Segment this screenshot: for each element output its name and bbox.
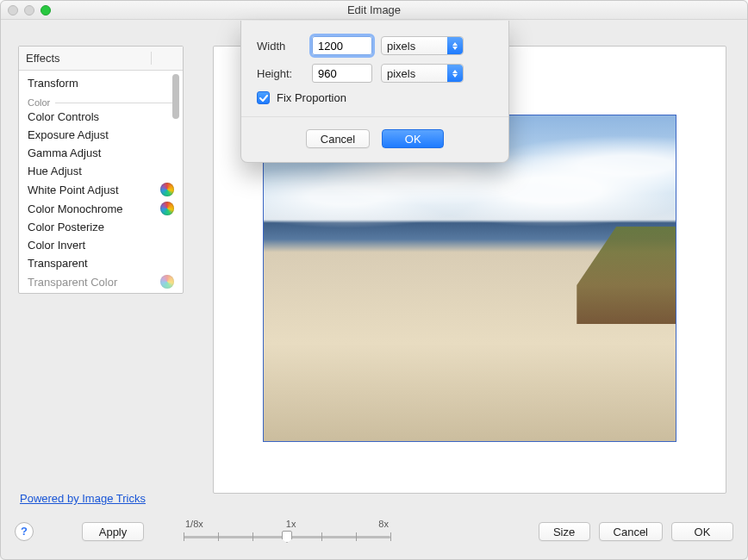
height-unit-value: pixels [387, 67, 415, 80]
sheet-buttons: Cancel OK [241, 116, 508, 148]
effect-item-transparent-color[interactable]: Transparent Color [19, 272, 183, 291]
powered-by-link[interactable]: Powered by Image Tricks [20, 492, 146, 505]
effects-header-swatch-col [152, 52, 176, 65]
width-unit-value: pixels [387, 40, 415, 53]
effects-list: Transform Color Color Controls Exposure … [19, 71, 183, 293]
stepper-arrows-icon [447, 37, 463, 54]
effect-item-color-controls[interactable]: Color Controls [19, 108, 183, 126]
zoom-labels: 1/8x 1x 8x [184, 519, 390, 529]
image-content [264, 115, 676, 441]
effect-item-color-posterize[interactable]: Color Posterize [19, 218, 183, 236]
titlebar: Edit Image [1, 1, 747, 20]
bottom-toolbar: ? Apply 1/8x 1x 8x [15, 514, 733, 549]
zoom-tick [321, 532, 322, 541]
fix-proportion-checkbox[interactable] [257, 91, 270, 104]
zoom-tick [184, 532, 184, 541]
window-controls [8, 5, 51, 16]
check-icon [259, 94, 268, 103]
zoom-tick [390, 532, 391, 541]
effects-header[interactable]: Effects [19, 47, 183, 71]
scrollbar-thumb[interactable] [172, 74, 179, 119]
sheet-cancel-button[interactable]: Cancel [306, 129, 370, 148]
effects-scrollbar[interactable] [170, 72, 182, 291]
resize-sheet: Width pixels Height: pixels Fix Proporti… [240, 21, 509, 163]
height-row: Height: pixels [257, 64, 493, 83]
cancel-button[interactable]: Cancel [599, 522, 663, 541]
height-label: Height: [257, 67, 303, 80]
effect-section-color: Color [19, 92, 183, 108]
zoom-tick [356, 532, 357, 541]
effect-item-transparent[interactable]: Transparent [19, 254, 183, 272]
ok-button[interactable]: OK [671, 522, 733, 541]
edit-image-window: Edit Image Effects Transform Color Color… [0, 0, 748, 560]
effects-header-label: Effects [26, 52, 151, 65]
height-unit-select[interactable]: pixels [381, 64, 464, 83]
zoom-tick [252, 532, 253, 541]
zoom-slider: 1/8x 1x 8x [184, 519, 390, 544]
width-unit-select[interactable]: pixels [381, 36, 464, 55]
height-input[interactable] [312, 64, 372, 83]
effect-item-color-invert[interactable]: Color Invert [19, 236, 183, 254]
width-row: Width pixels [257, 36, 493, 55]
effect-item-transform[interactable]: Transform [19, 74, 183, 92]
size-button[interactable]: Size [539, 522, 590, 541]
fix-proportion-row: Fix Proportion [257, 91, 493, 104]
effects-panel: Effects Transform Color Color Controls E… [18, 46, 184, 294]
effects-list-wrap: Transform Color Color Controls Exposure … [19, 71, 183, 293]
stepper-arrows-icon [447, 65, 463, 82]
width-input[interactable] [312, 36, 372, 55]
fix-proportion-label: Fix Proportion [277, 91, 346, 104]
sheet-ok-button[interactable]: OK [382, 129, 444, 148]
help-button[interactable]: ? [15, 522, 34, 541]
zoom-knob[interactable] [282, 531, 292, 543]
width-label: Width [257, 40, 303, 53]
effect-item-exposure-adjust[interactable]: Exposure Adjust [19, 126, 183, 144]
effect-item-hue-adjust[interactable]: Hue Adjust [19, 162, 183, 180]
zoom-label-min: 1/8x [185, 519, 203, 529]
minimize-icon[interactable] [24, 5, 34, 16]
zoom-label-mid: 1x [286, 519, 296, 529]
effect-item-white-point-adjust[interactable]: White Point Adjust [19, 180, 183, 199]
zoom-icon[interactable] [41, 5, 51, 16]
zoom-tick [218, 532, 219, 541]
image-canvas[interactable] [263, 115, 676, 442]
zoom-track[interactable] [184, 529, 390, 544]
apply-button[interactable]: Apply [82, 522, 144, 541]
effect-item-color-monochrome[interactable]: Color Monochrome [19, 199, 183, 218]
window-title: Edit Image [347, 3, 401, 16]
zoom-label-max: 8x [378, 519, 389, 529]
effect-item-gamma-adjust[interactable]: Gamma Adjust [19, 144, 183, 162]
close-icon[interactable] [8, 5, 18, 16]
